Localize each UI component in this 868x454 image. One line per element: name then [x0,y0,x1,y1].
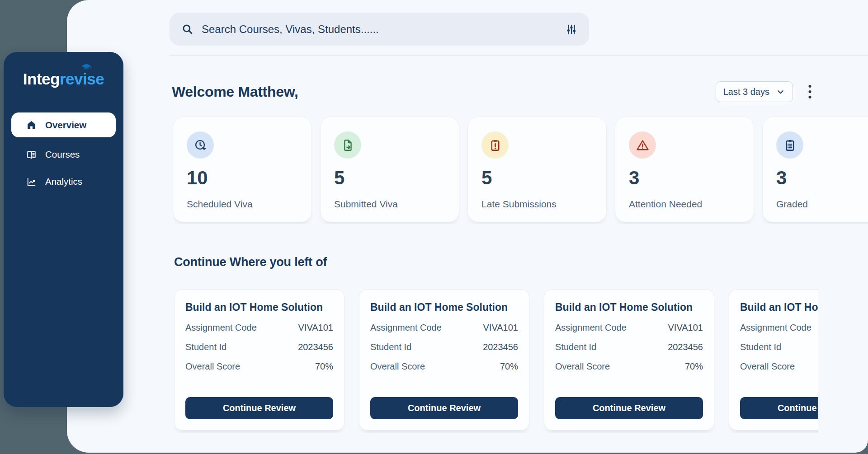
clock-schedule-icon [187,131,214,159]
course-card: Build an IOT Home SolutionAssignment Cod… [359,289,529,431]
course-detail-label: Overall Score [740,361,795,372]
stat-card[interactable]: 3Graded [762,117,868,222]
course-detail-label: Assignment Code [185,323,257,333]
course-detail-row: Student Id2023456 [370,342,518,352]
stat-label: Submitted Viva [334,199,445,210]
sidebar-item-label: Analytics [45,176,82,187]
continue-review-button[interactable]: Continue Review [740,397,818,419]
stat-label: Late Submissions [481,199,593,210]
course-detail-row: Overall Score70% [555,361,703,372]
warning-triangle-icon [629,131,656,159]
continue-review-button[interactable]: Continue Review [555,397,703,419]
sidebar-item-label: Overview [45,120,86,131]
sidebar-item-courses[interactable]: Courses [11,145,116,164]
course-detail-label: Overall Score [370,361,425,372]
course-detail-row: Assignment CodeVIVA101 [740,323,818,333]
course-title: Build an IOT Home Solution [370,301,518,314]
sidebar-nav: Overview Courses Analytics [4,112,123,192]
search-bar [170,13,589,46]
sidebar-item-analytics[interactable]: Analytics [11,172,116,192]
course-detail-row: Student Id2023456 [555,342,703,352]
course-detail-label: Overall Score [185,361,240,372]
stat-card[interactable]: 3Attention Needed [615,117,754,222]
main-panel: Welcome Matthew, Last 3 days 10Scheduled… [67,0,868,453]
search-icon [181,23,193,35]
course-card: Build an IOT Home SolutionAssignment Cod… [729,289,818,431]
continue-section-title: Continue Where you left of [174,255,327,269]
course-detail-row: Assignment CodeVIVA101 [370,323,518,333]
course-detail-value: VIVA101 [298,323,333,333]
course-detail-row: Overall Score70% [740,361,818,372]
course-detail-label: Student Id [555,342,596,352]
stat-label: Scheduled Viva [187,199,298,210]
stat-value: 5 [334,168,445,187]
search-input[interactable] [202,23,557,36]
course-detail-label: Assignment Code [555,323,627,333]
date-range-dropdown[interactable]: Last 3 days [716,81,793,102]
book-icon [26,149,37,160]
course-detail-value: 70% [685,361,703,372]
sidebar: Integrevise Overview Courses [4,52,123,407]
course-card: Build an IOT Home SolutionAssignment Cod… [174,289,344,431]
clipboard-list-icon [776,131,803,159]
logo-text-primary: Integ [23,70,60,88]
filter-sliders-icon[interactable] [566,23,577,35]
stats-row: 10Scheduled Viva5Submitted Viva5Late Sub… [173,117,868,224]
stat-card[interactable]: 10Scheduled Viva [173,117,312,222]
stat-value: 3 [629,168,740,187]
kebab-menu-icon[interactable] [805,84,815,99]
stat-card[interactable]: 5Submitted Viva [320,117,459,222]
document-submit-icon [334,131,361,159]
graduation-cap-icon [81,64,92,71]
analytics-icon [26,176,37,187]
course-card: Build an IOT Home SolutionAssignment Cod… [544,289,714,431]
course-detail-row: Overall Score70% [370,361,518,372]
app-logo: Integrevise [23,70,104,88]
chevron-down-icon [776,87,785,97]
course-title: Build an IOT Home Solution [185,301,333,314]
course-detail-value: 2023456 [668,342,703,352]
welcome-row: Welcome Matthew, Last 3 days [172,80,815,103]
page-title: Welcome Matthew, [172,84,298,100]
continue-review-button[interactable]: Continue Review [185,397,333,419]
course-detail-label: Student Id [370,342,411,352]
course-detail-value: VIVA101 [668,323,703,333]
sidebar-item-overview[interactable]: Overview [11,112,116,137]
course-detail-value: VIVA101 [483,323,518,333]
home-icon [26,119,37,131]
course-detail-row: Student Id2023456 [185,342,333,352]
clipboard-alert-icon [481,131,509,159]
courses-row: Build an IOT Home SolutionAssignment Cod… [174,289,818,433]
course-detail-value: 70% [500,361,518,372]
course-detail-row: Assignment CodeVIVA101 [185,323,333,333]
course-detail-value: 2023456 [483,342,518,352]
stat-label: Graded [776,199,868,210]
course-detail-label: Student Id [185,342,226,352]
stat-value: 3 [776,168,868,187]
course-detail-row: Student Id2023456 [740,342,818,352]
stat-card[interactable]: 5Late Submissions [467,117,607,222]
stat-value: 10 [187,168,298,187]
course-detail-label: Assignment Code [740,323,811,333]
stat-value: 5 [481,168,593,187]
course-detail-label: Assignment Code [370,323,442,333]
course-title: Build an IOT Home Solution [740,301,818,314]
course-detail-value: 70% [315,361,333,372]
header-divider [170,55,868,56]
course-detail-value: 2023456 [298,342,333,352]
course-title: Build an IOT Home Solution [555,301,703,314]
logo-text-accent: revise [60,70,104,88]
course-detail-row: Assignment CodeVIVA101 [555,323,703,333]
course-detail-row: Overall Score70% [185,361,333,372]
course-detail-label: Overall Score [555,361,610,372]
stat-label: Attention Needed [629,199,740,210]
sidebar-item-label: Courses [45,149,80,160]
course-detail-label: Student Id [740,342,781,352]
date-range-value: Last 3 days [723,87,769,97]
continue-review-button[interactable]: Continue Review [370,397,518,419]
